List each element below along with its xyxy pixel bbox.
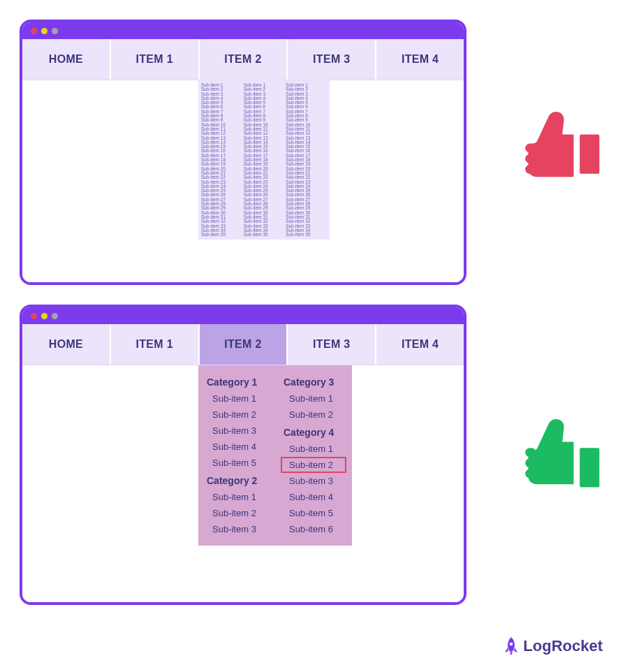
mega-subitem[interactable]: Sub-item 3 <box>204 423 270 439</box>
mega-subitem[interactable]: Sub-item 2 <box>281 407 346 423</box>
window-titlebar <box>22 22 464 39</box>
close-dot-icon[interactable] <box>31 28 37 34</box>
logrocket-logo: LogRocket <box>503 637 603 655</box>
mega-category-title: Category 3 <box>281 372 346 390</box>
maximize-dot-icon[interactable] <box>52 28 58 34</box>
minimize-dot-icon[interactable] <box>41 313 47 319</box>
mega-column-right: Category 3Sub-item 1Sub-item 2Category 4… <box>275 372 352 537</box>
thumbs-down-icon <box>515 112 605 203</box>
mega-subitem[interactable]: Sub-item 3 <box>204 521 270 537</box>
mega-subitem[interactable]: Sub-item 1 <box>281 441 346 457</box>
mega-subitem[interactable]: Sub-item 2 <box>204 505 270 521</box>
svg-rect-6 <box>525 458 536 467</box>
mega-subitem[interactable]: Sub-item 5 <box>204 455 270 471</box>
svg-rect-4 <box>580 448 599 487</box>
maximize-dot-icon[interactable] <box>52 313 58 319</box>
content-area: Sub-item 1Sub-item 2Sub-item 3Sub-item 4… <box>22 80 464 282</box>
nav-item-item-4[interactable]: ITEM 4 <box>376 39 464 80</box>
nav-item-item-4[interactable]: ITEM 4 <box>376 324 464 365</box>
svg-rect-7 <box>525 469 536 479</box>
nav-item-item-2[interactable]: ITEM 2 <box>200 324 288 365</box>
mega-subitem[interactable]: Sub-item 4 <box>281 489 346 505</box>
mega-subitem[interactable]: Sub-item 2 <box>281 457 346 473</box>
navbar: HOMEITEM 1ITEM 2ITEM 3ITEM 4 <box>22 324 464 365</box>
bad-dropdown-column: Sub-item 1Sub-item 2Sub-item 3Sub-item 4… <box>286 83 327 237</box>
rocket-icon <box>503 637 519 655</box>
thumbs-up-icon <box>515 419 605 510</box>
bad-subitem[interactable]: Sub-item 35 <box>286 233 327 237</box>
mega-subitem[interactable]: Sub-item 2 <box>204 407 270 423</box>
nav-item-item-1[interactable]: ITEM 1 <box>111 324 200 365</box>
mega-subitem[interactable]: Sub-item 1 <box>204 489 270 505</box>
nav-item-item-3[interactable]: ITEM 3 <box>288 324 376 365</box>
bad-subitem[interactable]: Sub-item 35 <box>244 233 285 237</box>
mega-subitem[interactable]: Sub-item 6 <box>281 521 346 537</box>
mega-menu: Category 1Sub-item 1Sub-item 2Sub-item 3… <box>198 365 352 546</box>
mega-subitem[interactable]: Sub-item 1 <box>281 390 346 407</box>
svg-rect-1 <box>525 165 536 174</box>
overflowing-dropdown: Sub-item 1Sub-item 2Sub-item 3Sub-item 4… <box>198 80 330 240</box>
bad-example-window: HOMEITEM 1ITEM 2ITEM 3ITEM 4 Sub-item 1S… <box>20 20 466 285</box>
navbar: HOMEITEM 1ITEM 2ITEM 3ITEM 4 <box>22 39 464 80</box>
bad-dropdown-column: Sub-item 1Sub-item 2Sub-item 3Sub-item 4… <box>244 83 285 237</box>
good-example-window: HOMEITEM 1ITEM 2ITEM 3ITEM 4 Category 1S… <box>20 305 466 605</box>
nav-item-item-1[interactable]: ITEM 1 <box>111 39 200 80</box>
mega-subitem[interactable]: Sub-item 5 <box>281 505 346 521</box>
mega-subitem[interactable]: Sub-item 4 <box>204 439 270 455</box>
mega-category-title: Category 2 <box>204 471 270 489</box>
svg-rect-2 <box>525 154 536 163</box>
close-dot-icon[interactable] <box>31 313 37 319</box>
content-area: Category 1Sub-item 1Sub-item 2Sub-item 3… <box>22 365 464 602</box>
svg-rect-5 <box>525 448 536 457</box>
svg-rect-3 <box>525 144 536 153</box>
minimize-dot-icon[interactable] <box>41 28 47 34</box>
mega-column-left: Category 1Sub-item 1Sub-item 2Sub-item 3… <box>198 372 275 537</box>
mega-category-title: Category 4 <box>281 423 346 441</box>
bad-dropdown-column: Sub-item 1Sub-item 2Sub-item 3Sub-item 4… <box>201 83 242 237</box>
svg-point-8 <box>510 643 513 646</box>
window-titlebar <box>22 307 464 324</box>
nav-item-item-3[interactable]: ITEM 3 <box>288 39 376 80</box>
mega-subitem[interactable]: Sub-item 3 <box>281 473 346 489</box>
nav-item-item-2[interactable]: ITEM 2 <box>200 39 288 80</box>
mega-subitem[interactable]: Sub-item 1 <box>204 390 270 407</box>
bad-subitem[interactable]: Sub-item 35 <box>201 233 242 237</box>
nav-item-home[interactable]: HOME <box>22 39 111 80</box>
mega-category-title: Category 1 <box>204 372 270 390</box>
svg-rect-0 <box>580 135 599 174</box>
logo-text: LogRocket <box>523 637 603 655</box>
nav-item-home[interactable]: HOME <box>22 324 111 365</box>
